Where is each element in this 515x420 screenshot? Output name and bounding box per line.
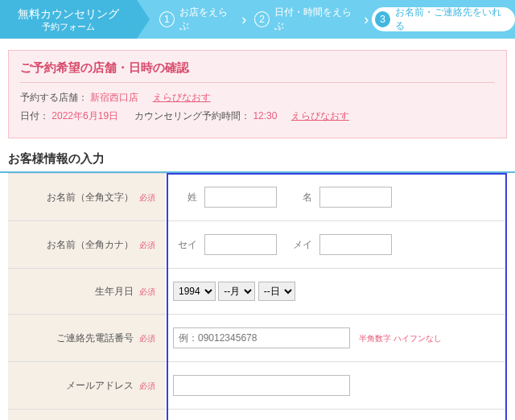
confirm-time-value: 12:30 (253, 110, 277, 121)
change-time-link[interactable]: えらびなおす (291, 110, 349, 121)
email-input[interactable] (173, 375, 350, 396)
confirmation-title: ご予約希望の店舗・日時の確認 (20, 60, 495, 83)
phone-hint: 半角数字 ハイフンなし (359, 334, 442, 343)
kana-label: お名前（全角カナ） (47, 239, 134, 250)
birth-label: 生年月日 (95, 286, 134, 297)
row-phone: ご連絡先電話番号 必須 半角数字 ハイフンなし (8, 315, 507, 362)
lastname-input[interactable] (204, 187, 277, 208)
confirm-date-value: 2022年6月19日 (52, 110, 118, 121)
name-label: お名前（全角文字） (47, 191, 134, 203)
birth-month-select[interactable]: --月 (218, 282, 255, 301)
stepper-title: 無料カウンセリング 予約フォーム (0, 0, 137, 39)
step-num: 2 (254, 11, 270, 27)
section-title: お客様情報の入力 (8, 151, 507, 167)
confirm-shop-value: 新宿西口店 (90, 92, 138, 103)
row-kana: お名前（全角カナ） 必須 セイ メイ (8, 221, 507, 269)
step-label: お名前・ご連絡先をいれる (395, 6, 504, 33)
birth-day-select[interactable]: --日 (258, 282, 295, 301)
form-wrap: お名前（全角文字） 必須 姓 名 お名前（全角カナ） 必須 セイ メイ (8, 173, 507, 420)
required-badge: 必須 (139, 334, 155, 343)
row-email-confirm: 確認 上記へ入力すると表示されます (8, 410, 507, 421)
required-badge: 必須 (139, 287, 155, 296)
email-label: メールアドレス (66, 380, 134, 391)
birth-year-select[interactable]: 1994 (173, 282, 216, 301)
row-birth: 生年月日 必須 1994 --月 --日 (8, 269, 507, 315)
confirm-shop-label: 予約する店舗： (20, 92, 88, 103)
sei-label: 姓 (173, 191, 197, 204)
change-shop-link[interactable]: えらびなおす (153, 92, 211, 103)
chevron-right-icon: › (241, 11, 246, 28)
stepper-title-line2: 予約フォーム (42, 21, 95, 32)
lastname-kana-input[interactable] (204, 234, 277, 255)
step-label: 日付・時間をえらぶ (274, 6, 356, 33)
confirm-date-row: 日付： 2022年6月19日 カウンセリング予約時間： 12:30 えらびなおす (20, 109, 495, 123)
stepper-steps: 1 お店をえらぶ › 2 日付・時間をえらぶ › 3 お名前・ご連絡先をいれる (137, 0, 515, 39)
step-num: 3 (375, 11, 390, 27)
mei-label: 名 (288, 191, 312, 204)
row-name: お名前（全角文字） 必須 姓 名 (8, 174, 507, 221)
required-badge: 必須 (139, 193, 155, 202)
required-badge: 必須 (139, 241, 155, 249)
firstname-input[interactable] (319, 187, 392, 208)
stepper-bar: 無料カウンセリング 予約フォーム 1 お店をえらぶ › 2 日付・時間をえらぶ … (0, 0, 515, 39)
customer-form: お名前（全角文字） 必須 姓 名 お名前（全角カナ） 必須 セイ メイ (8, 173, 507, 420)
sei-kana-label: セイ (173, 238, 197, 252)
phone-input[interactable] (173, 327, 350, 348)
mei-kana-label: メイ (288, 238, 312, 252)
required-badge: 必須 (139, 381, 155, 390)
step-3[interactable]: 3 お名前・ご連絡先をいれる (372, 7, 515, 31)
firstname-kana-input[interactable] (319, 234, 392, 255)
step-label: お店をえらぶ (179, 6, 233, 33)
phone-label: ご連絡先電話番号 (56, 332, 134, 344)
confirm-date-label: 日付： (20, 110, 49, 121)
confirmation-panel: ご予約希望の店舗・日時の確認 予約する店舗： 新宿西口店 えらびなおす 日付： … (8, 50, 507, 138)
confirm-time-label: カウンセリング予約時間： (134, 110, 250, 121)
step-num: 1 (159, 11, 175, 27)
row-email: メールアドレス 必須 (8, 362, 507, 410)
confirm-shop-row: 予約する店舗： 新宿西口店 えらびなおす (20, 91, 495, 105)
step-2[interactable]: 2 日付・時間をえらぶ (249, 6, 360, 33)
stepper-title-line1: 無料カウンセリング (18, 6, 119, 21)
chevron-right-icon: › (364, 11, 369, 28)
step-1[interactable]: 1 お店をえらぶ (154, 6, 238, 33)
